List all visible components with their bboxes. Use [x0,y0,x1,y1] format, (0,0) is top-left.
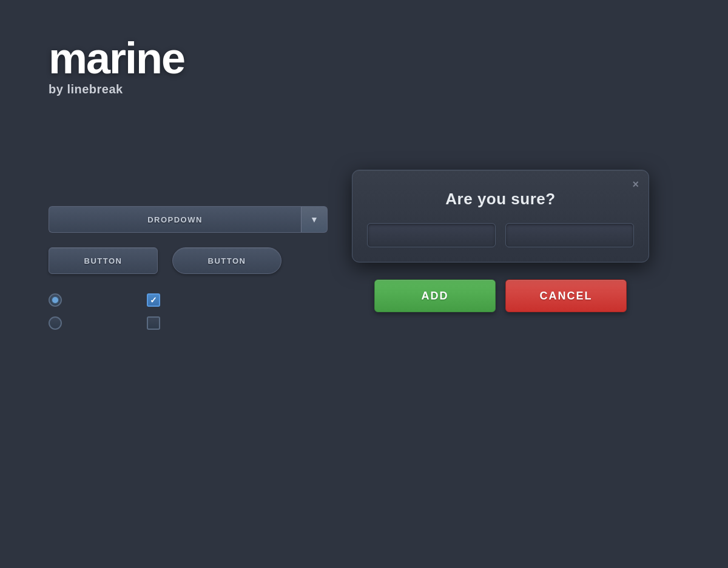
app-subtitle: by linebreak [49,82,184,96]
dialog-actions: ADD CANCEL [352,279,649,312]
rounded-button[interactable]: BUTTON [172,247,281,274]
dialog-inputs [367,223,634,247]
ui-components-panel: DROPDOWN ▼ BUTTON BUTTON [49,206,328,330]
dialog-box: × Are you sure? [352,170,649,262]
subtitle-brand: linebreak [67,82,123,96]
app-title: marine [49,36,184,80]
buttons-row: BUTTON BUTTON [49,247,328,274]
chevron-down-icon: ▼ [310,215,318,224]
checkbox-2[interactable] [147,316,160,330]
dialog-input-1[interactable] [367,223,496,247]
cancel-button[interactable]: CANCEL [505,279,627,312]
dialog-input-2[interactable] [505,223,634,247]
radio-group [49,293,62,330]
dropdown-arrow-button[interactable]: ▼ [301,206,328,233]
dropdown-button[interactable]: DROPDOWN [49,206,301,233]
add-button[interactable]: ADD [374,279,496,312]
radio-button-1[interactable] [49,293,62,307]
controls-row [49,293,328,330]
checkbox-group [147,293,160,330]
dialog-title: Are you sure? [367,190,634,209]
checkbox-1[interactable] [147,293,160,307]
rectangular-button[interactable]: BUTTON [49,247,158,274]
radio-button-2[interactable] [49,316,62,330]
logo-section: marine by linebreak [49,36,184,96]
dialog-close-button[interactable]: × [632,179,639,190]
dropdown-wrapper: DROPDOWN ▼ [49,206,328,233]
subtitle-prefix: by [49,82,67,96]
dialog-overlay: × Are you sure? ADD CANCEL [352,170,649,312]
